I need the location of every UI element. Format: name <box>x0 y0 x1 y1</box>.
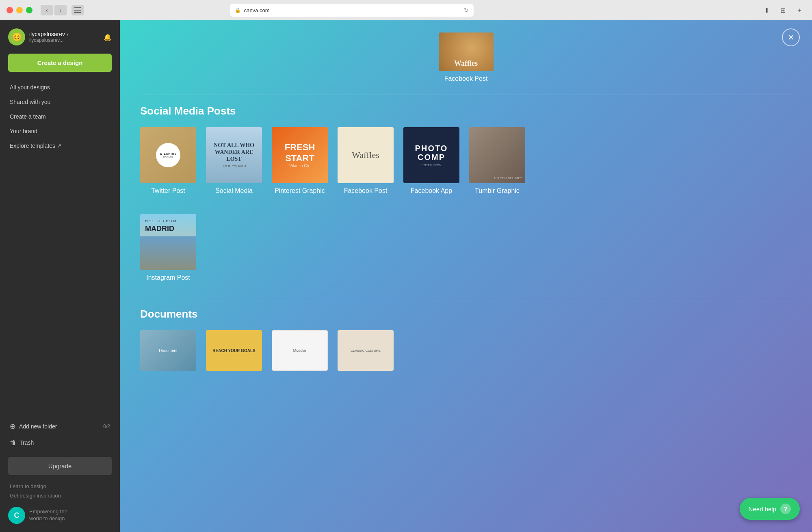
tumblr-graphic-card[interactable]: DO YOU SEE ME? Tumblr Graphic <box>469 127 525 195</box>
maximize-window-btn[interactable] <box>26 7 32 13</box>
dropdown-arrow-icon: ▾ <box>67 32 69 37</box>
instagram-post-label: Instagram Post <box>146 274 190 281</box>
facebook-app-thumb: PHOTOCOMP ENTER NOW <box>403 127 459 183</box>
instagram-post-card[interactable]: HELLO FROM MADRID Instagram Post <box>140 214 196 281</box>
doc-text-4: CLASSIC CULTURE <box>348 346 383 355</box>
back-btn[interactable]: ‹ <box>41 5 53 15</box>
svg-rect-2 <box>74 12 81 13</box>
social-media-label: Social Media <box>215 187 253 195</box>
social-media-author: J.R.R. TOLKIEN <box>222 164 246 168</box>
section-divider-2 <box>140 298 792 298</box>
social-media-card[interactable]: NOT ALL WHO WANDER ARE LOST J.R.R. TOLKI… <box>206 127 262 195</box>
sidebar-item-explore[interactable]: Explore templates ↗ <box>0 138 120 153</box>
canva-tagline: Empowering theworld to design <box>29 508 67 522</box>
top-section: Waffles Facebook Post <box>140 32 792 82</box>
upgrade-button[interactable]: Upgrade <box>8 457 112 475</box>
twitter-post-card[interactable]: WILSHIRE BAKERY Twitter Post <box>140 127 196 195</box>
doc-card-2[interactable]: REACH YOUR GOALS <box>206 330 262 371</box>
tumblr-graphic-thumb: DO YOU SEE ME? <box>469 127 525 183</box>
twitter-post-thumb: WILSHIRE BAKERY <box>140 127 196 183</box>
close-button[interactable]: ✕ <box>782 28 800 46</box>
doc-thumb-2: REACH YOUR GOALS <box>206 330 262 371</box>
titlebar: ‹ › 🔒 canva.com ↻ ⬆ ⊞ ＋ <box>0 0 812 20</box>
forward-btn[interactable]: › <box>54 5 67 15</box>
all-designs-label: All your designs <box>10 84 50 91</box>
svg-rect-1 <box>74 10 81 11</box>
new-tab-btn[interactable]: ⊞ <box>777 5 789 15</box>
learn-to-design-link[interactable]: Learn to design <box>10 482 110 491</box>
madrid-title: MADRID <box>145 225 174 233</box>
sidebar-item-create-team[interactable]: Create a team <box>0 109 120 124</box>
photo-comp-text: PHOTOCOMP <box>415 144 448 162</box>
user-name: ilycapslusarev ▾ <box>29 31 100 37</box>
sidebar-item-trash[interactable]: 🗑 Trash <box>0 435 120 450</box>
pinterest-graphic-thumb: FRESH START Vitamin Co. <box>272 127 328 183</box>
social-media-grid: WILSHIRE BAKERY Twitter Post NOT ALL WHO… <box>140 127 792 281</box>
canva-logo: C <box>8 507 25 524</box>
url-text: canva.com <box>244 7 270 13</box>
doc-thumb-1: Document <box>140 330 196 371</box>
doc-thumb-4: CLASSIC CULTURE <box>338 330 394 371</box>
share-btn[interactable]: ⬆ <box>761 5 773 15</box>
your-brand-label: Your brand <box>10 128 37 134</box>
reload-btn[interactable]: ↻ <box>464 7 469 13</box>
svg-rect-0 <box>74 7 81 8</box>
twitter-post-label: Twitter Post <box>151 187 185 195</box>
minimize-window-btn[interactable] <box>16 7 23 13</box>
docs-grid: Document REACH YOUR GOALS Modular CLASSI… <box>140 330 792 371</box>
folder-section: ⊕ Add new folder 0/2 <box>0 418 120 435</box>
pinterest-graphic-card[interactable]: FRESH START Vitamin Co. Pinterest Graphi… <box>272 127 328 195</box>
app: 😊 ilycapslusarev ▾ ilycapslusarev... 🔔 C… <box>0 20 812 532</box>
explore-label: Explore templates ↗ <box>10 143 62 149</box>
facebook-post-waffles-text: Waffles <box>352 150 379 160</box>
social-media-quote: NOT ALL WHO WANDER ARE LOST <box>211 142 257 162</box>
sidebar-item-shared[interactable]: Shared with you <box>0 95 120 109</box>
add-folder-btn[interactable]: ⊕ Add new folder 0/2 <box>10 422 110 431</box>
address-bar[interactable]: 🔒 canva.com ↻ <box>230 4 474 17</box>
get-design-inspiration-link[interactable]: Get design inspiration <box>10 491 110 500</box>
lock-icon: 🔒 <box>235 7 241 13</box>
trash-label: Trash <box>19 439 34 446</box>
tumblr-text: DO YOU SEE ME? <box>494 176 522 180</box>
create-team-label: Create a team <box>10 113 46 120</box>
waffles-text: Waffles <box>454 59 478 68</box>
madrid-hello: HELLO FROM <box>145 219 177 223</box>
add-tab-btn[interactable]: ＋ <box>793 5 806 15</box>
traffic-lights <box>6 7 32 13</box>
help-question-icon: ? <box>780 504 791 514</box>
create-design-button[interactable]: Create a design <box>8 54 112 72</box>
pinterest-sub: Vitamin Co. <box>272 164 328 168</box>
doc-card-4[interactable]: CLASSIC CULTURE <box>338 330 394 371</box>
nav-items: All your designs Shared with you Create … <box>0 80 120 418</box>
section-divider-1 <box>140 95 792 95</box>
facebook-app-card[interactable]: PHOTOCOMP ENTER NOW Facebook App <box>403 127 459 195</box>
instagram-post-thumb: HELLO FROM MADRID <box>140 214 196 270</box>
social-media-posts-section: Social Media Posts WILSHIRE BAKERY Twitt… <box>140 105 792 281</box>
doc-card-1[interactable]: Document <box>140 330 196 371</box>
doc-text-1: Document <box>156 345 181 356</box>
facebook-app-label: Facebook App <box>411 187 452 195</box>
doc-card-3[interactable]: Modular <box>272 330 328 371</box>
wilshire-badge: WILSHIRE BAKERY <box>156 143 180 167</box>
sidebar-footer: Learn to design Get design inspiration <box>0 482 120 500</box>
folder-count: 0/2 <box>103 424 110 429</box>
close-window-btn[interactable] <box>6 7 13 13</box>
facebook-post-card[interactable]: Waffles Facebook Post <box>338 127 394 195</box>
social-media-section-title: Social Media Posts <box>140 105 792 117</box>
pinterest-text: FRESH START <box>272 142 328 164</box>
add-folder-label: Add new folder <box>19 423 57 430</box>
doc-text-2: REACH YOUR GOALS <box>209 345 258 356</box>
bell-icon[interactable]: 🔔 <box>104 33 112 41</box>
photo-comp-sub: ENTER NOW <box>422 163 442 167</box>
canva-branding: C Empowering theworld to design <box>0 500 120 524</box>
user-email: ilycapslusarev... <box>29 37 100 43</box>
top-facebook-post-label: Facebook Post <box>444 75 488 82</box>
need-help-button[interactable]: Need help ? <box>740 498 800 520</box>
top-facebook-post-thumb: Waffles <box>439 32 494 71</box>
sidebar-item-all-designs[interactable]: All your designs <box>0 80 120 95</box>
sidebar-toggle-btn[interactable] <box>71 5 84 15</box>
main-content: ✕ Waffles Facebook Post Social Media Pos… <box>120 20 812 532</box>
top-facebook-post-card[interactable]: Waffles Facebook Post <box>140 32 792 82</box>
user-info: ilycapslusarev ▾ ilycapslusarev... <box>29 31 100 43</box>
sidebar-item-your-brand[interactable]: Your brand <box>0 124 120 138</box>
